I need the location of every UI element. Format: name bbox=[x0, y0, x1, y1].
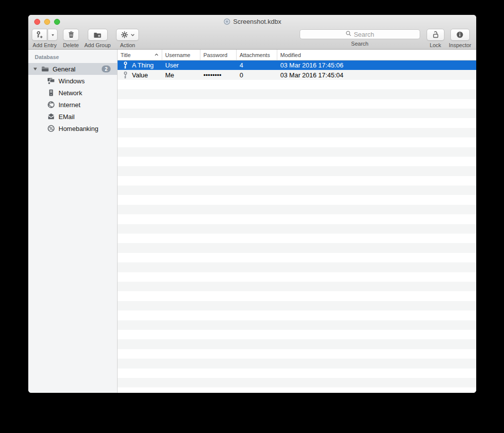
inspector-button[interactable] bbox=[450, 29, 470, 41]
table-header: Title Username Password Attachments Modi… bbox=[118, 50, 476, 61]
disclosure-triangle-icon[interactable] bbox=[33, 66, 38, 71]
delete-button[interactable] bbox=[63, 29, 79, 41]
add-group-label: Add Group bbox=[84, 42, 111, 48]
empty-table-row bbox=[118, 291, 476, 301]
delete-toolbar-item: Delete bbox=[63, 29, 79, 48]
column-header-title[interactable]: Title bbox=[118, 50, 162, 60]
windows-network-icon bbox=[47, 77, 55, 85]
column-header-password[interactable]: Password bbox=[200, 50, 237, 60]
sidebar-item-label: Internet bbox=[59, 101, 80, 109]
action-button[interactable] bbox=[116, 29, 139, 41]
empty-table-row bbox=[118, 262, 476, 272]
empty-table-row bbox=[118, 359, 476, 368]
empty-table-row bbox=[118, 137, 476, 147]
search-icon bbox=[345, 30, 352, 38]
entry-username-cell: Me bbox=[162, 70, 200, 79]
window-chrome: Screenshot.kdbx Add Entry D bbox=[28, 15, 476, 50]
app-window: Screenshot.kdbx Add Entry D bbox=[28, 15, 476, 393]
key-icon bbox=[123, 71, 128, 79]
minimize-button[interactable] bbox=[44, 19, 50, 25]
empty-table-row bbox=[118, 205, 476, 214]
sidebar-item-internet[interactable]: Internet bbox=[28, 99, 117, 111]
empty-table-row bbox=[118, 176, 476, 186]
toolbar: Add Entry Delete Add Group Action bbox=[28, 28, 476, 49]
column-header-attachments[interactable]: Attachments bbox=[237, 50, 277, 60]
search-input[interactable]: Search bbox=[300, 29, 420, 39]
search-label: Search bbox=[351, 41, 369, 47]
trash-icon bbox=[67, 31, 75, 39]
empty-table-row bbox=[118, 243, 476, 252]
entry-title: A Thing bbox=[132, 62, 154, 69]
sidebar-item-email[interactable]: EMail bbox=[28, 111, 117, 123]
empty-table-row bbox=[118, 118, 476, 127]
empty-table-row bbox=[118, 195, 476, 204]
add-group-button[interactable] bbox=[88, 29, 108, 41]
sort-ascending-icon bbox=[154, 53, 159, 57]
kdbx-document-icon bbox=[223, 18, 231, 25]
empty-table-row bbox=[118, 80, 476, 89]
entry-title: Value bbox=[132, 71, 148, 79]
envelope-icon bbox=[47, 113, 55, 121]
empty-table-row bbox=[118, 186, 476, 195]
key-plus-icon bbox=[35, 31, 44, 39]
entry-password-cell bbox=[200, 61, 237, 70]
column-header-modified[interactable]: Modified bbox=[277, 50, 476, 60]
search-placeholder: Search bbox=[354, 31, 374, 38]
sidebar-item-label: Windows bbox=[59, 77, 85, 85]
entry-attachments-cell: 0 bbox=[237, 70, 277, 79]
key-icon bbox=[123, 62, 128, 69]
search-toolbar-item: Search Search bbox=[300, 29, 420, 47]
column-header-username[interactable]: Username bbox=[162, 50, 200, 60]
close-button[interactable] bbox=[34, 19, 40, 25]
sidebar-section-header: Database bbox=[35, 54, 117, 60]
lock-button[interactable] bbox=[427, 29, 444, 41]
action-label: Action bbox=[120, 42, 135, 48]
entry-modified-cell: 03 Mar 2016 17:45:04 bbox=[277, 70, 476, 79]
entry-title-cell: A Thing bbox=[118, 61, 162, 70]
info-icon bbox=[456, 31, 464, 39]
chevron-down-icon bbox=[130, 33, 135, 37]
empty-table-row bbox=[118, 301, 476, 310]
empty-table-row bbox=[118, 147, 476, 157]
titlebar[interactable]: Screenshot.kdbx bbox=[28, 15, 476, 28]
lock-toolbar-item: Lock bbox=[427, 29, 444, 48]
server-icon bbox=[47, 89, 55, 97]
table-body: A ThingUser403 Mar 2016 17:45:06ValueMe•… bbox=[118, 61, 476, 393]
sidebar-item-network[interactable]: Network bbox=[28, 87, 117, 99]
empty-table-row bbox=[118, 99, 476, 109]
sidebar: Database General2WindowsNetworkInternetE… bbox=[28, 50, 118, 393]
empty-table-row bbox=[118, 253, 476, 262]
table-row[interactable]: A ThingUser403 Mar 2016 17:45:06 bbox=[118, 61, 476, 70]
sidebar-item-homebanking[interactable]: Homebanking bbox=[28, 123, 117, 134]
empty-table-row bbox=[118, 234, 476, 243]
empty-table-row bbox=[118, 349, 476, 359]
add-entry-dropdown-button[interactable] bbox=[48, 29, 58, 41]
empty-table-row bbox=[118, 310, 476, 320]
add-entry-toolbar-item: Add Entry bbox=[32, 29, 58, 48]
inspector-toolbar-item: Inspector bbox=[449, 29, 471, 48]
entry-username-cell: User bbox=[162, 61, 200, 70]
globe-icon bbox=[47, 101, 55, 109]
empty-table-row bbox=[118, 378, 476, 387]
empty-table-row bbox=[118, 330, 476, 339]
empty-table-row bbox=[118, 320, 476, 330]
empty-table-row bbox=[118, 166, 476, 176]
inspector-label: Inspector bbox=[449, 42, 471, 48]
action-toolbar-item: Action bbox=[116, 29, 139, 48]
entry-attachments-cell: 4 bbox=[237, 61, 277, 70]
padlock-open-icon bbox=[432, 31, 440, 39]
folder-plus-icon bbox=[93, 31, 102, 39]
empty-table-row bbox=[118, 272, 476, 282]
zoom-button[interactable] bbox=[54, 19, 60, 25]
lock-label: Lock bbox=[430, 42, 441, 48]
sidebar-item-general[interactable]: General2 bbox=[28, 63, 117, 75]
add-entry-button[interactable] bbox=[32, 29, 47, 41]
content-area: Database General2WindowsNetworkInternetE… bbox=[28, 50, 476, 393]
group-count-badge: 2 bbox=[102, 65, 111, 72]
gear-icon bbox=[121, 31, 128, 39]
traffic-lights bbox=[34, 19, 60, 25]
window-title-group: Screenshot.kdbx bbox=[223, 18, 281, 25]
sidebar-item-windows[interactable]: Windows bbox=[28, 75, 117, 87]
table-row[interactable]: ValueMe••••••••003 Mar 2016 17:45:04 bbox=[118, 70, 476, 79]
empty-table-row bbox=[118, 109, 476, 118]
